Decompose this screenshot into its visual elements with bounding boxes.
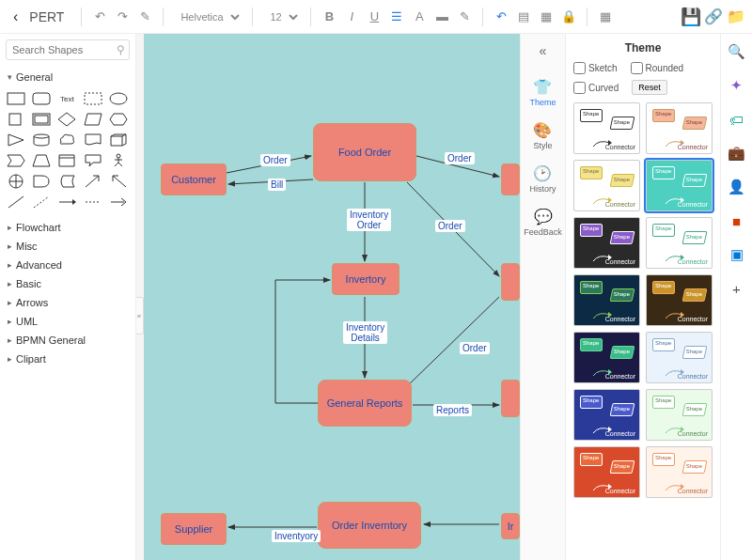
shape-diamond[interactable] [56, 111, 77, 128]
font-select[interactable]: Helvetica [173, 8, 243, 25]
search-icon[interactable]: ⚲ [117, 43, 125, 56]
tag-rail-icon[interactable]: 🏷 [728, 111, 745, 128]
add-rail-icon[interactable]: + [728, 280, 745, 297]
back-button[interactable]: ‹ [8, 7, 24, 27]
theme-card-9[interactable]: Connector Shape Shape [646, 332, 713, 383]
shape-tri[interactable] [6, 132, 26, 148]
node-supplier[interactable]: Supplier [161, 513, 227, 545]
shape-card[interactable] [56, 152, 77, 169]
node-right4[interactable]: Ir [501, 513, 520, 539]
underline-icon[interactable]: U [366, 8, 383, 25]
reset-button[interactable]: Reset [632, 80, 667, 95]
theme-card-6[interactable]: Connector Shape Shape [573, 274, 640, 326]
shape-hex[interactable] [108, 111, 129, 128]
shape-cyl[interactable] [31, 132, 52, 148]
ai-rail-icon[interactable]: ✦ [728, 77, 745, 94]
theme-card-4[interactable]: Connector Shape Shape [573, 217, 640, 269]
bold-icon[interactable]: B [321, 8, 337, 25]
theme-card-10[interactable]: Connector Shape Shape [573, 389, 640, 441]
search-input[interactable] [6, 39, 130, 60]
shape-ellipse[interactable] [108, 90, 129, 107]
search-rail-icon[interactable]: 🔍 [728, 43, 745, 60]
shape-arrow-ne[interactable] [83, 173, 103, 190]
theme-card-13[interactable]: Connector Shape Shape [646, 446, 713, 498]
category-clipart[interactable]: Clipart [6, 350, 130, 368]
theme-card-7[interactable]: Connector Shape Shape [646, 274, 713, 326]
brush-icon[interactable]: ✎ [136, 8, 153, 25]
shape-dashline[interactable] [31, 194, 52, 210]
theme-card-2[interactable]: Connector Shape Shape [573, 160, 640, 211]
right-collapse-icon[interactable]: « [540, 43, 547, 58]
sketch-checkbox[interactable]: Sketch [573, 62, 618, 74]
theme-card-12[interactable]: Connector Shape Shape [573, 446, 640, 498]
shape-arrow-nw[interactable] [108, 173, 129, 190]
layer-icon[interactable]: ▤ [515, 8, 532, 25]
category-misc[interactable]: Misc [6, 237, 130, 256]
save-icon[interactable]: 💾 [682, 8, 699, 25]
shape-line[interactable] [6, 194, 26, 210]
node-food[interactable]: Food Order [313, 123, 416, 181]
fontsize-select[interactable]: 12 [262, 8, 301, 25]
shape-square[interactable] [6, 111, 26, 128]
left-collapse-handle[interactable]: « [136, 297, 144, 334]
curved-checkbox[interactable]: Curved [573, 82, 619, 94]
category-flowchart[interactable]: Flowchart [6, 218, 130, 237]
share-icon[interactable]: 🔗 [705, 8, 722, 25]
theme-card-1[interactable]: Connector Shape Shape [646, 102, 713, 154]
rounded-checkbox[interactable]: Rounded [631, 62, 684, 74]
undo-icon[interactable]: ↶ [91, 8, 108, 25]
theme-card-3[interactable]: Connector Shape Shape [646, 160, 713, 211]
shape-dash[interactable] [83, 90, 103, 107]
office-rail-icon[interactable]: ■ [728, 212, 745, 229]
tab-history[interactable]: 🕑History [529, 163, 556, 194]
shape-conn2[interactable] [83, 194, 103, 210]
folder-icon[interactable]: 📁 [728, 8, 744, 25]
shape-conn1[interactable] [56, 194, 77, 210]
category-uml[interactable]: UML [6, 312, 130, 331]
node-right2[interactable] [501, 263, 520, 301]
tab-feedback[interactable]: 💬FeedBack [524, 207, 562, 237]
node-reports[interactable]: General Reports [318, 380, 412, 427]
shape-cloud[interactable] [56, 132, 77, 148]
highlight-icon[interactable]: ▬ [433, 8, 450, 25]
table-icon[interactable]: ▦ [597, 8, 614, 25]
shape-data[interactable] [56, 173, 77, 190]
category-general[interactable]: General [6, 68, 130, 86]
node-orderinv[interactable]: Order Inverntory [318, 502, 421, 549]
shape-cube[interactable] [108, 132, 129, 148]
canvas-area[interactable]: « CustomerFood OrderInvertoryGeneral Rep… [136, 34, 520, 560]
category-advanced[interactable]: Advanced [6, 256, 130, 274]
shape-double[interactable] [31, 111, 52, 128]
shape-and[interactable] [31, 173, 52, 190]
tab-theme[interactable]: 👕Theme [529, 77, 556, 107]
category-bpmn[interactable]: BPMN General [6, 331, 130, 350]
node-inventory[interactable]: Invertory [332, 263, 400, 295]
node-right1[interactable] [501, 163, 520, 195]
shape-text[interactable]: Text [56, 90, 77, 107]
shape-actor[interactable] [108, 152, 129, 169]
align-icon[interactable]: ☰ [388, 8, 405, 25]
theme-card-11[interactable]: Connector Shape Shape [646, 389, 713, 441]
connector-icon[interactable]: ↶ [493, 8, 509, 25]
shape-trap[interactable] [31, 152, 52, 169]
shape-doc[interactable] [83, 132, 103, 148]
textcolor-icon[interactable]: A [411, 8, 428, 25]
outlook-rail-icon[interactable]: ▣ [728, 246, 745, 263]
pen-icon[interactable]: ✎ [456, 8, 473, 25]
shape-or[interactable] [6, 173, 26, 190]
bag-rail-icon[interactable]: 💼 [728, 145, 745, 162]
category-basic[interactable]: Basic [6, 274, 130, 293]
shape-rect[interactable] [6, 90, 26, 107]
category-arrows[interactable]: Arrows [6, 293, 130, 312]
redo-icon[interactable]: ↷ [114, 8, 131, 25]
node-right3[interactable] [501, 380, 520, 417]
grid-icon[interactable]: ▦ [538, 8, 555, 25]
shape-conn3[interactable] [108, 194, 129, 210]
shape-para[interactable] [83, 111, 103, 128]
tab-style[interactable]: 🎨Style [533, 120, 552, 150]
theme-card-0[interactable]: Connector Shape Shape [573, 102, 640, 154]
shape-roundrect[interactable] [31, 90, 52, 107]
person-rail-icon[interactable]: 👤 [728, 179, 745, 195]
lock-icon[interactable]: 🔒 [560, 8, 577, 25]
node-customer[interactable]: Customer [161, 163, 227, 195]
